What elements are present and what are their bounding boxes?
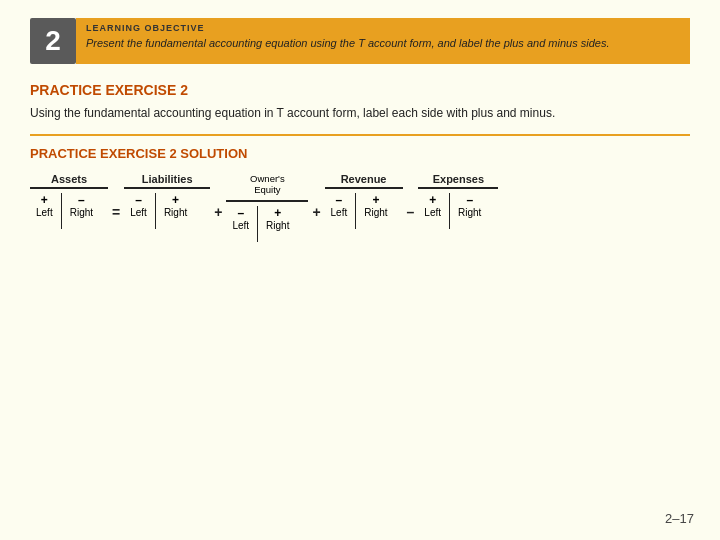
revenue-sides: – Left + Right — [325, 193, 403, 229]
expenses-divider — [449, 193, 450, 229]
liabilities-right-label: Right — [164, 207, 187, 218]
owners-equity-divider — [257, 206, 258, 242]
t-account-assets: Assets + Left – Right — [30, 173, 108, 229]
liabilities-left-label: Left — [130, 207, 147, 218]
lo-title: LEARNING OBJECTIVE — [86, 23, 680, 33]
solution-title: PRACTICE EXERCISE 2 SOLUTION — [30, 146, 690, 161]
revenue-right-label: Right — [364, 207, 387, 218]
expenses-left-label: Left — [424, 207, 441, 218]
operator-equals: = — [108, 204, 124, 220]
expenses-label: Expenses — [418, 173, 498, 189]
t-account-liabilities: Liabilities – Left + Right — [124, 173, 210, 229]
assets-left-symbol: + — [41, 193, 48, 207]
section-divider — [30, 134, 690, 136]
liabilities-left: – Left — [124, 193, 153, 218]
assets-right-label: Right — [70, 207, 93, 218]
liabilities-right-symbol: + — [172, 193, 179, 207]
expenses-left-symbol: + — [429, 193, 436, 207]
liabilities-left-symbol: – — [135, 193, 142, 207]
revenue-label: Revenue — [325, 173, 403, 189]
expenses-left: + Left — [418, 193, 447, 218]
owners-equity-left-symbol: – — [237, 206, 244, 220]
assets-right: – Right — [64, 193, 99, 218]
expenses-right-label: Right — [458, 207, 481, 218]
practice-exercise-title: PRACTICE EXERCISE 2 — [30, 82, 690, 98]
owners-equity-right-label: Right — [266, 220, 289, 231]
lo-content: LEARNING OBJECTIVE Present the fundament… — [76, 18, 690, 64]
t-account-owners-equity: Owner'sEquity – Left + Right — [226, 173, 308, 242]
assets-divider — [61, 193, 62, 229]
owners-equity-right: + Right — [260, 206, 295, 231]
revenue-left-symbol: – — [336, 193, 343, 207]
owners-equity-left-label: Left — [232, 220, 249, 231]
assets-left-label: Left — [36, 207, 53, 218]
t-account-expenses: Expenses + Left – Right — [418, 173, 498, 229]
owners-equity-label — [226, 198, 308, 202]
revenue-right-symbol: + — [372, 193, 379, 207]
revenue-divider — [355, 193, 356, 229]
owners-equity-sides: – Left + Right — [226, 206, 308, 242]
page-number: 2–17 — [665, 511, 694, 526]
practice-exercise-desc: Using the fundamental accounting equatio… — [30, 104, 690, 122]
revenue-left-label: Left — [331, 207, 348, 218]
expenses-sides: + Left – Right — [418, 193, 498, 229]
t-account-area: Assets + Left – Right = Liabilities – — [30, 173, 690, 242]
revenue-right: + Right — [358, 193, 393, 218]
owners-equity-top-label: Owner'sEquity — [250, 173, 285, 196]
page: 2 LEARNING OBJECTIVE Present the fundame… — [0, 0, 720, 540]
operator-minus: – — [403, 204, 419, 220]
expenses-right: – Right — [452, 193, 487, 218]
assets-right-symbol: – — [78, 193, 85, 207]
learning-objective-banner: 2 LEARNING OBJECTIVE Present the fundame… — [30, 18, 690, 64]
owners-equity-left: – Left — [226, 206, 255, 231]
assets-label: Assets — [30, 173, 108, 189]
lo-text: Present the fundamental accounting equat… — [86, 36, 680, 51]
liabilities-divider — [155, 193, 156, 229]
lo-number: 2 — [30, 18, 76, 64]
expenses-right-symbol: – — [466, 193, 473, 207]
liabilities-label: Liabilities — [124, 173, 210, 189]
assets-sides: + Left – Right — [30, 193, 108, 229]
assets-left: + Left — [30, 193, 59, 218]
operator-plus-1: + — [210, 204, 226, 220]
t-account-revenue: Revenue – Left + Right — [325, 173, 403, 229]
revenue-left: – Left — [325, 193, 354, 218]
liabilities-sides: – Left + Right — [124, 193, 210, 229]
liabilities-right: + Right — [158, 193, 193, 218]
operator-plus-2: + — [308, 204, 324, 220]
owners-equity-right-symbol: + — [274, 206, 281, 220]
